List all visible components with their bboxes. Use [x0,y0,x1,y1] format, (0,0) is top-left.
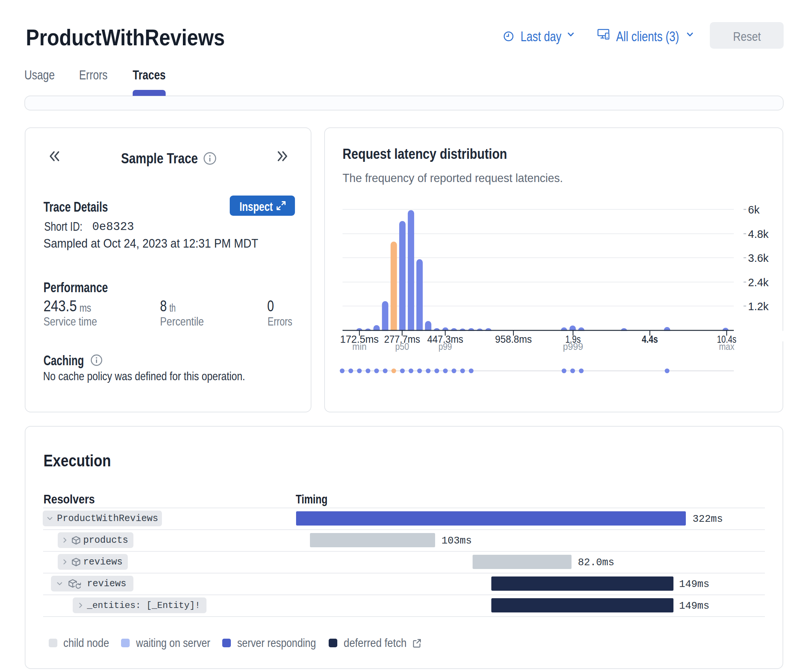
svg-text:max: max [719,341,735,352]
svg-text:min: min [352,341,367,352]
svg-text:958.8ms: 958.8ms [495,333,532,345]
svg-text:1.2k: 1.2k [748,300,769,312]
svg-text:3.6k: 3.6k [748,252,769,264]
svg-text:p999: p999 [563,341,583,352]
svg-text:2.4k: 2.4k [748,277,769,288]
svg-text:p99: p99 [439,341,452,352]
svg-text:6k: 6k [748,204,760,216]
svg-text:p50: p50 [396,341,409,352]
svg-text:4.4s: 4.4s [642,333,658,345]
svg-text:4.8k: 4.8k [748,228,769,240]
